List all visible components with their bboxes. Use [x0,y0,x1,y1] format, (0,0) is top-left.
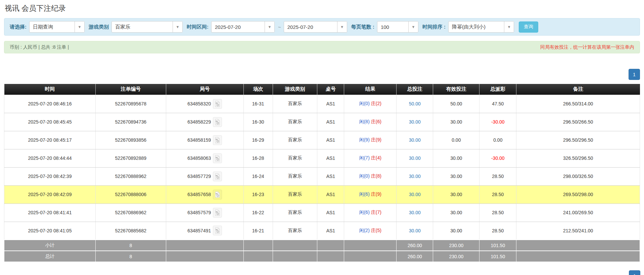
cell-session: 16-22 [243,203,273,222]
cell-remark: 241.00/269.50 [516,203,640,222]
cell-valid-bet: 30.00 [433,167,479,185]
cell-round-id: 634858320 [166,95,243,113]
result-banker: 庄(2) [371,101,381,106]
cell-bet-id: 522670888962 [95,167,166,185]
summary-total-bet: 260.00 [397,251,433,262]
cell-time: 2025-07-20 08:42:09 [4,185,96,203]
total-bet-link[interactable]: 30.00 [409,192,421,197]
cell-valid-bet: 30.00 [433,113,479,131]
cell-valid-bet: 30.00 [433,222,479,240]
sort-order-label: 时间排序 : [422,24,446,30]
game-type-value: 百家乐 [112,21,173,32]
video-replay-icon [215,119,220,125]
result-player: 闲(6) [359,191,370,197]
cell-bet-id: 522670895678 [95,95,166,113]
cell-table-no: AS1 [317,167,344,185]
cell-result: 闲(0)庄(2) [344,95,397,113]
page-1-button[interactable]: 1 [629,69,640,80]
cell-table-no: AS1 [317,149,344,167]
cell-round-id: 634858229 [166,113,243,131]
date-from-select[interactable]: 2025-07-20 ▼ [211,21,275,33]
bets-table: 时间 注单编号 局号 场次 游戏类别 桌号 结果 总投注 有效投注 总派彩 备注… [4,84,640,262]
col-payout: 总派彩 [479,84,516,95]
summary-count: 8 [95,251,166,262]
cell-valid-bet: 30.00 [433,203,479,222]
query-type-label: 请选择: [10,24,27,30]
chevron-down-icon: ▼ [337,21,347,32]
round-id-text: 634858063 [187,155,211,161]
cell-time: 2025-07-20 08:45:17 [4,131,96,149]
video-replay-button[interactable] [213,99,222,109]
cell-result: 闲(9)庄(9) [344,131,397,149]
cell-total-bet: 30.00 [397,149,433,167]
query-type-select[interactable]: 日期查询 ▼ [29,21,85,33]
cell-total-bet: 30.00 [397,203,433,222]
cell-table-no: AS1 [317,185,344,203]
cell-total-bet: 50.00 [397,95,433,113]
cell-total-bet: 30.00 [397,113,433,131]
date-to-value: 2025-07-20 [284,21,337,32]
cell-session: 16-24 [243,167,273,185]
cell-round-id: 634857729 [166,167,243,185]
summary-label: 总计 [4,251,96,262]
cell-result: 闲(7)庄(4) [344,149,397,167]
col-remark: 备注 [516,84,640,95]
page-1-button-bottom[interactable]: 1 [629,270,640,275]
cell-time: 2025-07-20 08:42:39 [4,167,96,185]
video-replay-button[interactable] [213,208,222,218]
cell-game-type: 百家乐 [273,131,317,149]
video-replay-button[interactable] [213,117,222,127]
cell-bet-id: 522670892889 [95,149,166,167]
cell-result: 闲(6)庄(7) [344,203,397,222]
total-bet-link[interactable]: 30.00 [409,174,421,179]
total-bet-link[interactable]: 30.00 [409,137,421,143]
round-id-text: 634857729 [187,174,211,179]
cell-result: 闲(8)庄(6) [344,113,397,131]
game-type-select[interactable]: 百家乐 ▼ [111,21,183,33]
time-range-label: 时间区间: [187,24,209,30]
total-bet-link[interactable]: 30.00 [409,155,421,161]
page-size-select[interactable]: 100 ▼ [377,21,418,33]
cell-result: 闲(6)庄(9) [344,185,397,203]
cell-game-type: 百家乐 [273,203,317,222]
video-replay-icon [215,210,220,216]
cell-payout: 28.50 [479,222,516,240]
video-replay-button[interactable] [213,153,222,163]
date-to-select[interactable]: 2025-07-20 ▼ [284,21,347,33]
total-bet-link[interactable]: 30.00 [409,210,421,215]
sort-order-select[interactable]: 降幂(由大到小) ▼ [448,21,514,33]
page-size-label: 每页笔数 : [351,24,374,30]
table-row: 2025-07-20 08:42:39 522670888962 6348577… [4,167,640,185]
video-replay-icon [215,173,220,180]
total-bet-link[interactable]: 50.00 [409,101,421,106]
cell-result: 闲(2)庄(5) [344,222,397,240]
chevron-down-icon: ▼ [408,21,418,32]
result-banker: 庄(4) [371,155,381,161]
video-replay-icon [215,101,220,107]
cell-bet-id: 522670894736 [95,113,166,131]
table-body: 2025-07-20 08:46:16 522670895678 6348583… [4,95,640,240]
cell-round-id: 634857491 [166,222,243,240]
total-bet-link[interactable]: 30.00 [409,228,421,233]
cell-remark: 298.00/326.50 [516,167,640,185]
currency-summary-text: 币别 : 人民币 | 总共 :8 注单 | [10,44,69,50]
page-size-value: 100 [377,21,408,32]
col-bet-id: 注单编号 [95,84,166,95]
cell-valid-bet: 50.00 [433,95,479,113]
video-replay-button[interactable] [213,172,222,181]
cell-total-bet: 30.00 [397,185,433,203]
table-footer: 小计 8 260.00 230.00 101.50 总计 8 260.00 23… [4,240,640,262]
video-replay-button[interactable] [213,190,222,199]
total-bet-link[interactable]: 30.00 [409,119,421,125]
query-type-value: 日期查询 [30,21,75,32]
result-banker: 庄(6) [371,119,381,124]
round-id-text: 634857579 [187,210,211,215]
cell-remark: 326.50/296.50 [516,149,640,167]
video-replay-button[interactable] [213,135,222,145]
summary-bar: 币别 : 人民币 | 总共 :8 注单 | 同局有效投注，统一计算在该局第一张注… [4,41,640,53]
cell-session: 16-28 [243,149,273,167]
round-id-text: 634858159 [187,137,211,143]
video-replay-button[interactable] [213,226,222,235]
search-button[interactable]: 查询 [519,21,538,33]
cell-bet-id: 522670893856 [95,131,166,149]
